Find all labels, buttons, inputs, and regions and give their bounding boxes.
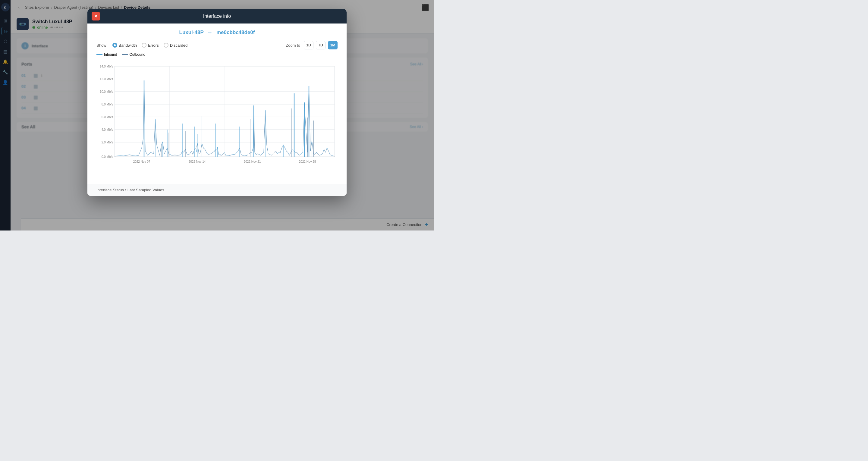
svg-text:2022 Nov 21: 2022 Nov 21 — [244, 160, 261, 163]
interface-title: Luxul-48P ↔ me0cbbc48de0f — [96, 30, 338, 36]
svg-text:2022 Nov 14: 2022 Nov 14 — [189, 160, 206, 163]
svg-text:10.0 Mb/s: 10.0 Mb/s — [100, 90, 113, 93]
zoom-1d-button[interactable]: 1D — [304, 41, 313, 50]
legend-outbound-label: Outbound — [129, 53, 145, 57]
svg-text:4.0 Mb/s: 4.0 Mb/s — [101, 128, 113, 131]
zoom-7d-button[interactable]: 7D — [316, 41, 326, 50]
svg-text:2.0 Mb/s: 2.0 Mb/s — [101, 141, 113, 144]
chart-legend: Inbound Outbound — [96, 53, 338, 57]
errors-radio[interactable]: Errors — [142, 43, 158, 48]
errors-radio-indicator — [142, 43, 147, 48]
svg-text:14.0 Mb/s: 14.0 Mb/s — [100, 65, 113, 68]
interface-info-modal: ✕ Interface info Luxul-48P ↔ me0cbbc48de… — [87, 9, 347, 196]
modal-close-button[interactable]: ✕ — [92, 12, 100, 21]
modal-footer: Interface Status • Last Sampled Values — [87, 184, 347, 196]
show-label: Show — [96, 43, 106, 48]
svg-text:2022 Nov 28: 2022 Nov 28 — [299, 160, 316, 163]
zoom-group: Zoom to 1D 7D 1M — [286, 41, 338, 50]
modal-title: Interface info — [203, 13, 231, 19]
modal-body: Luxul-48P ↔ me0cbbc48de0f Show Bandwidth… — [87, 24, 347, 184]
legend-inbound-line — [96, 54, 102, 55]
interface-device-name: Luxul-48P — [179, 30, 204, 35]
zoom-label: Zoom to — [286, 43, 300, 48]
legend-inbound: Inbound — [96, 53, 117, 57]
errors-label: Errors — [148, 43, 158, 48]
zoom-1m-button[interactable]: 1M — [328, 41, 338, 50]
svg-text:8.0 Mb/s: 8.0 Mb/s — [101, 103, 113, 106]
modal-header: ✕ Interface info — [87, 9, 347, 24]
bandwidth-chart: 14.0 Mb/s 12.0 Mb/s 10.0 Mb/s 8.0 Mb/s 6… — [96, 60, 338, 175]
chart-svg: 14.0 Mb/s 12.0 Mb/s 10.0 Mb/s 8.0 Mb/s 6… — [96, 60, 338, 175]
show-group: Show Bandwidth Errors Discarded — [96, 43, 187, 48]
svg-text:2022 Nov 07: 2022 Nov 07 — [133, 160, 150, 163]
interface-mac-address: me0cbbc48de0f — [216, 30, 255, 35]
bandwidth-label: Bandwidth — [119, 43, 137, 48]
bandwidth-radio-indicator — [113, 43, 117, 48]
svg-text:6.0 Mb/s: 6.0 Mb/s — [101, 115, 113, 119]
legend-outbound-line — [122, 54, 128, 55]
legend-inbound-label: Inbound — [104, 53, 117, 57]
discarded-radio[interactable]: Discarded — [164, 43, 188, 48]
discarded-radio-indicator — [164, 43, 168, 48]
interface-arrow-icon: ↔ — [207, 30, 213, 35]
bandwidth-radio[interactable]: Bandwidth — [113, 43, 137, 48]
discarded-label: Discarded — [170, 43, 188, 48]
legend-outbound: Outbound — [122, 53, 145, 57]
footer-status-text: Interface Status • Last Sampled Values — [96, 188, 164, 192]
svg-rect-3 — [115, 66, 335, 157]
svg-text:0.0 Mb/s: 0.0 Mb/s — [101, 155, 113, 158]
controls-row: Show Bandwidth Errors Discarded Zoom to … — [96, 41, 338, 50]
svg-text:12.0 Mb/s: 12.0 Mb/s — [100, 78, 113, 81]
